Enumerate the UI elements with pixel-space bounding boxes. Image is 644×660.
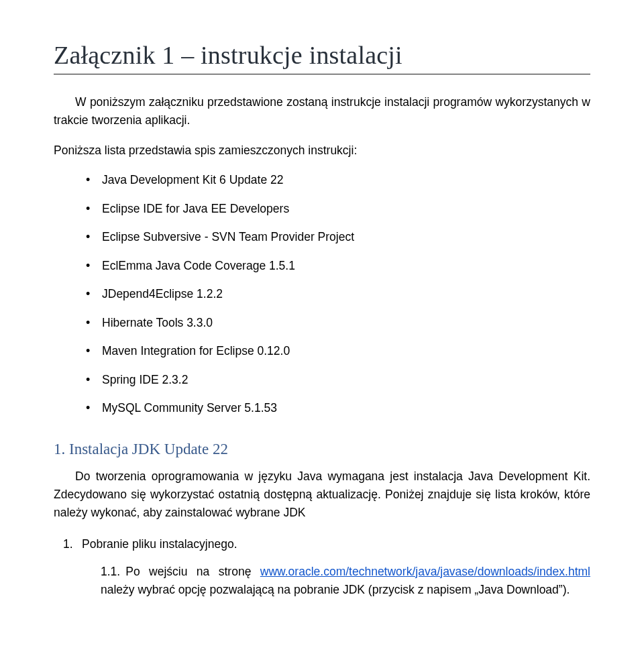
list-item: Java Development Kit 6 Update 22 <box>86 172 590 188</box>
step-text: Pobranie pliku instalacyjnego. <box>82 537 237 551</box>
list-item: Eclipse Subversive - SVN Team Provider P… <box>86 229 590 245</box>
list-item: Maven Integration for Eclipse 0.12.0 <box>86 343 590 360</box>
intro-paragraph-2: Poniższa lista przedstawia spis zamieszc… <box>54 142 590 160</box>
list-item: Hibernate Tools 3.3.0 <box>86 315 590 331</box>
list-item: MySQL Community Server 5.1.53 <box>86 400 590 417</box>
substep: 1.1.Po wejściu na stronę www.oracle.com/… <box>101 563 590 599</box>
title-divider <box>54 74 590 74</box>
substep-number: 1.1. <box>101 565 120 578</box>
substep-text-b: należy wybrać opcję pozwalającą na pobra… <box>101 583 570 596</box>
intro-paragraph-1: W poniższym załączniku przedstawione zos… <box>54 93 590 129</box>
step-item: Pobranie pliku instalacyjnego. 1.1.Po we… <box>68 535 590 599</box>
download-link[interactable]: www.oracle.com/technetwork/java/javase/d… <box>260 565 590 578</box>
list-item: Spring IDE 2.3.2 <box>86 372 590 388</box>
list-item: JDepend4Eclipse 1.2.2 <box>86 286 590 302</box>
page-title: Załącznik 1 – instrukcje instalacji <box>54 40 590 70</box>
section1-paragraph: Do tworzenia oprogramowania w języku Jav… <box>54 468 590 522</box>
section-heading-1: 1. Instalacja JDK Update 22 <box>54 441 590 458</box>
list-item: Eclipse IDE for Java EE Developers <box>86 201 590 217</box>
instruction-list: Java Development Kit 6 Update 22 Eclipse… <box>54 172 590 417</box>
steps-list: Pobranie pliku instalacyjnego. 1.1.Po we… <box>54 535 590 599</box>
substep-text-a: Po wejściu na stronę <box>125 565 260 578</box>
list-item: EclEmma Java Code Coverage 1.5.1 <box>86 258 590 274</box>
